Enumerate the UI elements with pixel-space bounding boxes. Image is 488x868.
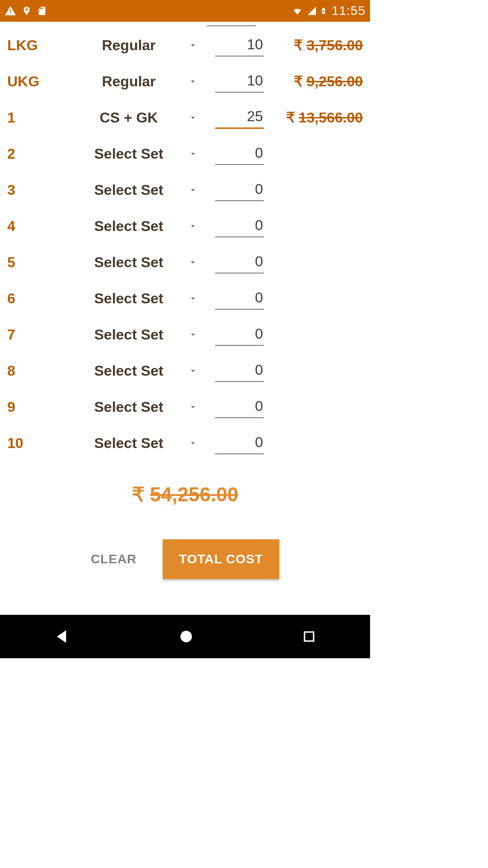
nav-recent-button[interactable] — [302, 630, 316, 643]
quantity-input[interactable]: 0 — [215, 432, 264, 454]
grade-row: 3Select Set0 — [6, 172, 364, 208]
nav-bar — [0, 615, 370, 658]
total-amount: 54,256.00 — [150, 483, 239, 506]
grade-label: 4 — [6, 218, 70, 235]
set-dropdown[interactable]: Select Set — [70, 326, 201, 343]
chevron-down-icon — [188, 185, 198, 195]
quantity-cell: 0 — [204, 360, 264, 382]
grade-label: 7 — [6, 326, 70, 343]
quantity-cell: 10 — [204, 34, 264, 57]
grade-row: 5Select Set0 — [6, 244, 364, 280]
grade-label: 2 — [6, 146, 70, 162]
quantity-cell: 0 — [204, 251, 264, 274]
grade-row: 4Select Set0 — [6, 208, 364, 244]
set-dropdown[interactable]: Select Set — [70, 363, 201, 379]
quantity-input[interactable]: 0 — [215, 396, 264, 418]
grade-row: 1CS + GK25₹13,566.00 — [6, 99, 364, 136]
set-dropdown[interactable]: Select Set — [70, 182, 201, 198]
status-left-icons — [5, 5, 47, 17]
grade-row: 10Select Set0 — [6, 425, 364, 461]
quantity-cell: 0 — [204, 288, 264, 310]
status-right-icons: 11:55 — [291, 4, 366, 18]
set-dropdown[interactable]: Select Set — [70, 146, 201, 162]
chevron-down-icon — [188, 40, 198, 50]
quantity-input[interactable]: 0 — [215, 143, 264, 165]
total-cost-display: ₹ 54,256.00 — [6, 483, 364, 506]
chevron-down-icon — [188, 438, 198, 448]
grade-label: 5 — [6, 254, 70, 271]
set-dropdown[interactable]: Select Set — [70, 254, 201, 271]
set-dropdown[interactable]: Select Set — [70, 290, 201, 307]
grade-label: 3 — [6, 182, 70, 198]
quantity-cell: 0 — [204, 396, 264, 418]
price-value: 3,756.00 — [306, 37, 363, 54]
quantity-input[interactable]: 10 — [215, 34, 264, 57]
quantity-input[interactable]: 0 — [215, 288, 264, 310]
grade-label: 9 — [6, 399, 70, 415]
grade-label: LKG — [6, 37, 70, 54]
nav-back-button[interactable] — [54, 628, 70, 645]
clear-button[interactable]: CLEAR — [91, 552, 136, 566]
grade-label: 8 — [6, 363, 70, 379]
set-dropdown-label: Select Set — [70, 182, 188, 198]
quantity-cell: 0 — [204, 179, 264, 201]
quantity-input[interactable]: 10 — [215, 71, 264, 93]
grade-row: UKGRegular10₹9,256.00 — [6, 63, 364, 99]
quantity-cell: 10 — [204, 71, 264, 93]
grade-label: 10 — [6, 435, 70, 452]
chevron-down-icon — [188, 149, 198, 159]
status-time: 11:55 — [332, 4, 366, 18]
row-price: ₹9,256.00 — [264, 73, 364, 90]
price-value: 13,566.00 — [299, 109, 363, 126]
quantity-input[interactable]: 0 — [215, 324, 264, 346]
chevron-down-icon — [188, 76, 198, 86]
quantity-input[interactable]: 0 — [215, 360, 264, 382]
grade-row: 6Select Set0 — [6, 280, 364, 316]
set-dropdown-label: Select Set — [70, 435, 188, 452]
partial-scroll-row — [6, 22, 364, 27]
status-bar: 11:55 — [0, 0, 370, 22]
set-dropdown-label: Select Set — [70, 399, 188, 415]
set-dropdown-label: Select Set — [70, 254, 188, 271]
grade-label: UKG — [6, 73, 70, 90]
rupee-icon: ₹ — [294, 37, 303, 54]
quantity-input[interactable]: 25 — [215, 106, 264, 129]
set-dropdown[interactable]: Regular — [70, 37, 201, 54]
set-dropdown-label: Regular — [70, 73, 188, 90]
svg-point-0 — [181, 631, 192, 642]
price-value: 9,256.00 — [306, 73, 363, 90]
nav-home-button[interactable] — [178, 629, 194, 644]
wifi-icon — [291, 6, 304, 16]
grade-label: 1 — [6, 109, 70, 126]
button-row: CLEAR TOTAL COST — [6, 539, 364, 579]
quantity-input[interactable]: 0 — [215, 251, 264, 274]
quantity-cell: 0 — [204, 324, 264, 346]
set-dropdown[interactable]: Select Set — [70, 218, 201, 235]
set-dropdown-label: Select Set — [70, 218, 188, 235]
grade-row: 8Select Set0 — [6, 353, 364, 389]
rupee-icon: ₹ — [132, 483, 145, 506]
chevron-down-icon — [188, 113, 198, 123]
total-cost-button[interactable]: TOTAL COST — [163, 539, 279, 579]
sd-card-icon — [37, 5, 47, 17]
grade-row: 2Select Set0 — [6, 136, 364, 172]
quantity-input[interactable]: 0 — [215, 179, 264, 201]
grade-row: LKGRegular10₹3,756.00 — [6, 27, 364, 63]
rupee-icon: ₹ — [294, 73, 303, 90]
set-dropdown[interactable]: Select Set — [70, 399, 201, 415]
quantity-cell: 0 — [204, 215, 264, 237]
grade-row: 9Select Set0 — [6, 389, 364, 425]
chevron-down-icon — [188, 257, 198, 267]
quantity-input[interactable]: 0 — [215, 215, 264, 237]
set-dropdown[interactable]: Regular — [70, 73, 201, 90]
set-dropdown-label: Regular — [70, 37, 188, 54]
set-dropdown[interactable]: CS + GK — [70, 109, 201, 126]
set-dropdown[interactable]: Select Set — [70, 435, 201, 452]
set-dropdown-label: CS + GK — [70, 109, 188, 126]
quantity-cell: 25 — [204, 106, 264, 129]
svg-rect-1 — [305, 632, 314, 641]
chevron-down-icon — [188, 366, 198, 376]
grade-row: 7Select Set0 — [6, 316, 364, 353]
set-dropdown-label: Select Set — [70, 363, 188, 379]
chevron-down-icon — [188, 221, 198, 231]
